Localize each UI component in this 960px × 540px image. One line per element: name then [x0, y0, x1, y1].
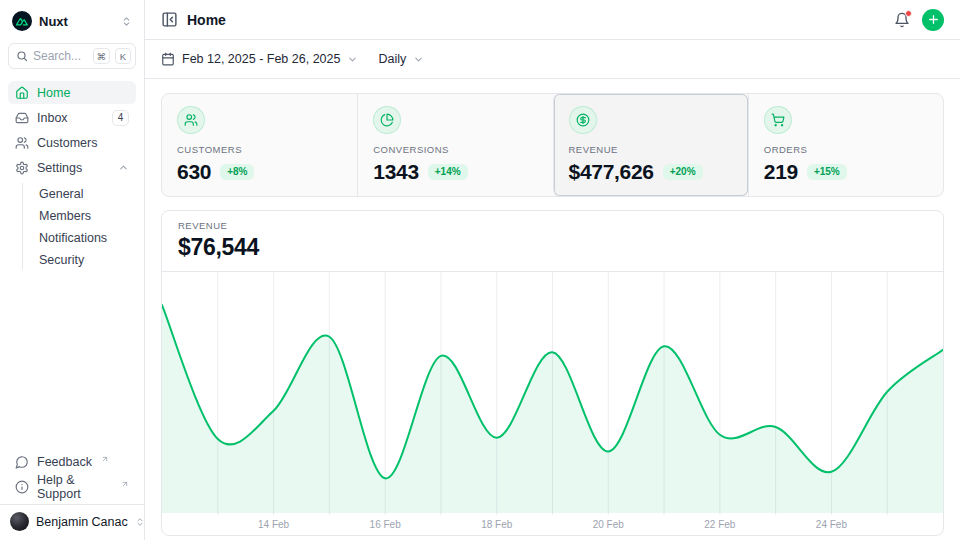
main-area: Home Feb 12, 2025 - Feb 26, 2025 — [145, 0, 960, 540]
inbox-count-badge: 4 — [112, 110, 129, 126]
sidebar-item-label: Inbox — [37, 111, 68, 125]
external-link-icon — [101, 455, 109, 463]
sidebar-item-label: Security — [39, 253, 84, 267]
users-icon — [15, 136, 29, 150]
settings-submenu: General Members Notifications Security — [22, 183, 136, 270]
page-title: Home — [187, 12, 226, 28]
x-axis-tick-label: 20 Feb — [593, 519, 624, 530]
stat-value: 1343 — [373, 160, 419, 184]
workspace-name: Nuxt — [39, 14, 68, 29]
calendar-icon — [161, 52, 175, 66]
stat-label: ORDERS — [764, 144, 928, 155]
stat-delta-badge: +14% — [428, 164, 468, 180]
sidebar-menu: Home Inbox 4 Customers Settings Genera — [8, 81, 136, 270]
chart-canvas — [162, 272, 943, 515]
search-icon — [16, 50, 28, 62]
chevron-down-icon — [347, 54, 358, 65]
stat-delta-badge: +15% — [807, 164, 847, 180]
x-axis-tick-label: 14 Feb — [258, 519, 289, 530]
x-axis-tick-label: 22 Feb — [704, 519, 735, 530]
sidebar-item-notifications[interactable]: Notifications — [34, 227, 136, 248]
sidebar-footer: Feedback Help & Support — [8, 450, 136, 504]
date-range-value: Feb 12, 2025 - Feb 26, 2025 — [182, 52, 340, 66]
chart-header: REVENUE $76,544 — [162, 211, 943, 272]
x-axis-tick-label: 24 Feb — [816, 519, 847, 530]
circle-dollar-icon — [569, 106, 597, 134]
sidebar-item-inbox[interactable]: Inbox 4 — [8, 106, 136, 129]
feedback-link[interactable]: Feedback — [8, 450, 136, 473]
notifications-button[interactable] — [894, 12, 910, 28]
user-name: Benjamin Canac — [36, 515, 128, 529]
stat-value: 219 — [764, 160, 798, 184]
search-placeholder: Search... — [33, 49, 88, 63]
search-input[interactable]: Search... ⌘ K — [8, 43, 136, 69]
x-axis-tick-label: 18 Feb — [481, 519, 512, 530]
sidebar-item-label: Customers — [37, 136, 97, 150]
sidebar-item-members[interactable]: Members — [34, 205, 136, 226]
sidebar-item-customers[interactable]: Customers — [8, 131, 136, 154]
sidebar-item-label: Home — [37, 86, 70, 100]
topbar: Home — [145, 0, 960, 40]
help-support-link[interactable]: Help & Support — [8, 475, 136, 498]
link-label: Help & Support — [37, 473, 112, 501]
chevron-up-icon — [118, 162, 129, 173]
chat-bubble-icon — [15, 455, 29, 469]
external-link-icon — [121, 480, 129, 488]
stat-value: $477,626 — [569, 160, 654, 184]
chart-title: REVENUE — [178, 220, 927, 231]
x-axis-tick-label: 16 Feb — [370, 519, 401, 530]
workspace-switcher[interactable]: Nuxt — [8, 8, 136, 34]
sidebar: Nuxt Search... ⌘ K Home Inbox 4 — [0, 0, 145, 540]
add-button[interactable] — [922, 9, 944, 31]
chart-current-value: $76,544 — [178, 234, 927, 261]
stats-row: CUSTOMERS 630 +8% CONVERSIONS 1343 +14% — [161, 93, 944, 197]
sidebar-item-label: Members — [39, 209, 91, 223]
pie-chart-icon — [373, 106, 401, 134]
stat-label: CONVERSIONS — [373, 144, 537, 155]
stat-card-customers[interactable]: CUSTOMERS 630 +8% — [162, 94, 357, 196]
chevron-down-icon — [413, 54, 424, 65]
period-value: Daily — [378, 52, 406, 66]
user-menu[interactable]: Benjamin Canac — [0, 504, 144, 540]
filter-bar: Feb 12, 2025 - Feb 26, 2025 Daily — [145, 40, 960, 79]
stat-delta-badge: +20% — [663, 164, 703, 180]
revenue-chart-card: REVENUE $76,544 14 Feb16 Feb18 Feb20 Feb… — [161, 210, 944, 536]
nuxt-logo — [12, 11, 32, 31]
chart-x-axis: 14 Feb16 Feb18 Feb20 Feb22 Feb24 Feb — [162, 515, 943, 535]
sidebar-item-general[interactable]: General — [34, 183, 136, 204]
sidebar-item-security[interactable]: Security — [34, 249, 136, 270]
stat-value: 630 — [177, 160, 211, 184]
date-range-picker[interactable]: Feb 12, 2025 - Feb 26, 2025 — [161, 52, 358, 66]
sidebar-item-label: Notifications — [39, 231, 107, 245]
chevrons-up-down-icon — [135, 517, 145, 527]
gear-icon — [15, 161, 29, 175]
stat-delta-badge: +8% — [220, 164, 254, 180]
revenue-area-chart[interactable] — [162, 272, 943, 515]
plus-icon — [927, 13, 940, 26]
stat-card-conversions[interactable]: CONVERSIONS 1343 +14% — [357, 94, 552, 196]
period-select[interactable]: Daily — [378, 52, 424, 66]
avatar — [10, 512, 29, 531]
sidebar-item-label: General — [39, 187, 83, 201]
sidebar-item-home[interactable]: Home — [8, 81, 136, 104]
panel-left-close-icon — [161, 11, 178, 28]
sidebar-item-label: Settings — [37, 161, 82, 175]
shopping-cart-icon — [764, 106, 792, 134]
page-content: CUSTOMERS 630 +8% CONVERSIONS 1343 +14% — [145, 79, 960, 540]
users-icon — [177, 106, 205, 134]
inbox-icon — [15, 111, 29, 125]
chevrons-up-down-icon — [121, 16, 132, 27]
stat-label: REVENUE — [569, 144, 733, 155]
home-icon — [15, 86, 29, 100]
stat-card-revenue[interactable]: REVENUE $477,626 +20% — [553, 94, 748, 196]
link-label: Feedback — [37, 455, 92, 469]
kbd-meta: ⌘ — [93, 48, 111, 64]
stat-label: CUSTOMERS — [177, 144, 342, 155]
notification-dot — [905, 10, 912, 17]
sidebar-item-settings[interactable]: Settings — [8, 156, 136, 179]
stat-card-orders[interactable]: ORDERS 219 +15% — [748, 94, 943, 196]
sidebar-collapse-button[interactable] — [161, 11, 178, 28]
kbd-k: K — [115, 48, 131, 64]
info-icon — [15, 480, 29, 494]
